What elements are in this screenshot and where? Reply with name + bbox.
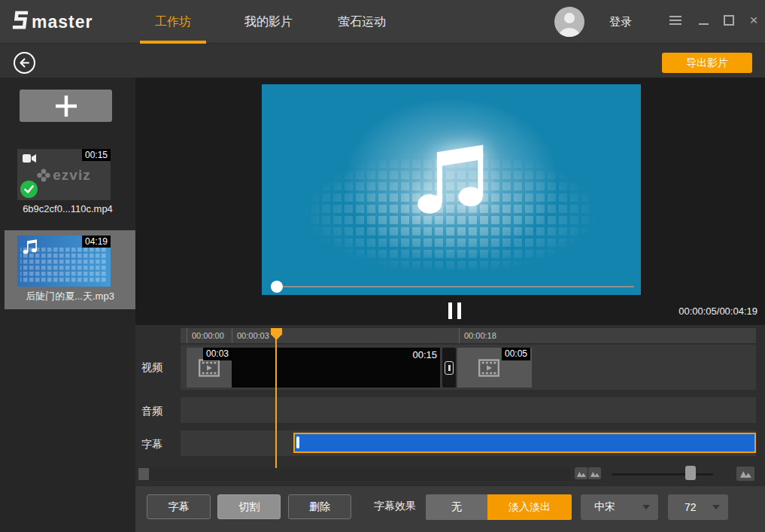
camera-icon bbox=[23, 154, 37, 163]
tab-my-films-label: 我的影片 bbox=[244, 14, 293, 30]
ezviz-flower-icon bbox=[37, 169, 50, 182]
media-sidebar: 00:15 ezviz 6b9c2cf0...110c.mp4 bbox=[0, 78, 135, 532]
transition-slot[interactable] bbox=[442, 348, 456, 388]
zoom-out-button[interactable] bbox=[575, 467, 587, 479]
user-avatar[interactable] bbox=[554, 7, 584, 37]
video-thumbnail[interactable]: 00:15 ezviz bbox=[17, 149, 111, 200]
clip-duration-badge: 00:05 bbox=[502, 348, 530, 360]
maximize-icon[interactable] bbox=[721, 13, 736, 28]
close-icon[interactable]: × bbox=[746, 13, 761, 28]
tab-ezviz-sport[interactable]: 萤石运动 bbox=[320, 0, 403, 44]
video-track-lane: 00:03 00:15 00:05 bbox=[181, 345, 756, 390]
track-label-subtitle: 字幕 bbox=[141, 438, 162, 451]
font-family-value: 中宋 bbox=[594, 500, 615, 514]
ruler-label: 00:00:18 bbox=[464, 328, 496, 343]
duration-badge: 00:15 bbox=[82, 149, 111, 161]
menu-icon[interactable] bbox=[668, 13, 683, 28]
ezviz-watermark-text: ezviz bbox=[53, 167, 90, 184]
subtitle-button[interactable]: 字幕 bbox=[147, 494, 211, 519]
logo-s-icon bbox=[12, 10, 29, 34]
duration-badge: 04:19 bbox=[82, 236, 111, 248]
minimize-icon[interactable] bbox=[696, 13, 711, 28]
pause-button[interactable] bbox=[445, 302, 463, 321]
tab-workshop[interactable]: 工作坊 bbox=[132, 0, 214, 44]
subtitle-track-lane bbox=[181, 430, 756, 456]
media-item-video[interactable]: 00:15 ezviz 6b9c2cf0...110c.mp4 bbox=[0, 149, 135, 220]
clip-duration-label: 00:15 bbox=[412, 349, 437, 360]
export-film-button[interactable]: 导出影片 bbox=[662, 53, 752, 73]
video-preview bbox=[262, 84, 641, 295]
track-label-video: 视频 bbox=[141, 361, 162, 375]
subtitle-clip[interactable] bbox=[293, 433, 756, 453]
action-bar: 导出影片 bbox=[0, 44, 765, 78]
hscrollbar-thumb[interactable] bbox=[138, 468, 149, 480]
audio-thumbnail[interactable]: 04:19 bbox=[17, 236, 111, 287]
mountains-icon bbox=[740, 470, 751, 478]
timeline-zoom-slider-thumb[interactable] bbox=[685, 466, 696, 480]
preview-progress-knob[interactable] bbox=[271, 281, 283, 293]
ruler-tick bbox=[187, 328, 187, 343]
video-clip-2[interactable]: 00:05 bbox=[457, 348, 532, 388]
app-window: master 工作坊 我的影片 萤石运动 登录 × bbox=[0, 0, 765, 532]
ruler-label: 00:00:03 bbox=[237, 328, 269, 343]
subtitle-trim-handle[interactable] bbox=[296, 436, 299, 448]
font-family-dropdown[interactable]: 中宋 bbox=[581, 494, 658, 520]
timeline-hscrollbar[interactable] bbox=[138, 467, 570, 481]
tab-my-films[interactable]: 我的影片 bbox=[227, 0, 310, 44]
back-arrow-icon bbox=[13, 51, 36, 74]
app-logo: master bbox=[12, 10, 93, 34]
person-icon bbox=[554, 7, 584, 37]
plus-icon bbox=[55, 95, 77, 117]
preview-stage: 00:00:05/00:04:19 bbox=[135, 78, 765, 325]
video-clip-1-body[interactable]: 00:15 bbox=[232, 348, 440, 388]
chevron-down-icon bbox=[642, 505, 650, 509]
ruler-tick bbox=[459, 328, 460, 343]
font-size-dropdown[interactable]: 72 bbox=[668, 494, 728, 520]
delete-button[interactable]: 删除 bbox=[288, 494, 351, 519]
ruler-tick bbox=[232, 328, 232, 343]
cut-button[interactable]: 切割 bbox=[217, 494, 281, 519]
effect-fade-button[interactable]: 淡入淡出 bbox=[487, 494, 572, 520]
mountains-icon bbox=[590, 470, 600, 477]
timeline-zoom-slider[interactable] bbox=[612, 473, 713, 476]
chevron-down-icon bbox=[712, 505, 720, 509]
zoom-in-button[interactable] bbox=[736, 467, 754, 481]
audio-track-lane bbox=[181, 397, 756, 423]
timeline: 00:00:00 00:00:03 00:00:18 视频 音频 字幕 00:0… bbox=[135, 325, 765, 485]
time-display: 00:00:05/00:04:19 bbox=[678, 306, 757, 317]
subtitle-control-bar: 字幕 切割 删除 字幕效果 无 淡入淡出 中宋 72 bbox=[135, 485, 765, 532]
transition-icon bbox=[445, 361, 454, 375]
add-media-button[interactable] bbox=[20, 90, 112, 122]
preview-progress-bar[interactable] bbox=[277, 286, 634, 287]
music-note-icon bbox=[410, 144, 493, 219]
tab-ezviz-sport-label: 萤石运动 bbox=[338, 14, 386, 30]
top-bar: master 工作坊 我的影片 萤石运动 登录 × bbox=[0, 0, 765, 44]
media-filename: 6b9c2cf0...110c.mp4 bbox=[0, 203, 135, 214]
subtitle-effect-label: 字幕效果 bbox=[374, 500, 416, 513]
timeline-ruler[interactable]: 00:00:00 00:00:03 00:00:18 bbox=[181, 328, 756, 343]
mountains-icon bbox=[577, 470, 586, 477]
font-size-value: 72 bbox=[685, 501, 697, 513]
clip-duration-badge: 00:03 bbox=[203, 348, 232, 360]
music-note-icon bbox=[22, 239, 38, 254]
track-label-audio: 音频 bbox=[141, 405, 162, 418]
playhead-line bbox=[275, 328, 277, 468]
effect-none-button[interactable]: 无 bbox=[426, 494, 487, 520]
tab-workshop-label: 工作坊 bbox=[155, 14, 191, 30]
video-clip-1[interactable]: 00:03 bbox=[187, 348, 232, 388]
logo-text: master bbox=[32, 12, 93, 32]
back-button[interactable] bbox=[13, 51, 36, 74]
media-item-audio[interactable]: 04:19 后陡门的夏...天.mp3 bbox=[5, 230, 135, 309]
film-icon bbox=[478, 357, 499, 382]
imported-check-icon bbox=[20, 181, 38, 198]
media-filename: 后陡门的夏...天.mp3 bbox=[5, 290, 135, 303]
login-button[interactable]: 登录 bbox=[609, 15, 632, 29]
zoom-step-button[interactable] bbox=[588, 467, 601, 479]
ruler-label: 00:00:00 bbox=[192, 328, 224, 343]
